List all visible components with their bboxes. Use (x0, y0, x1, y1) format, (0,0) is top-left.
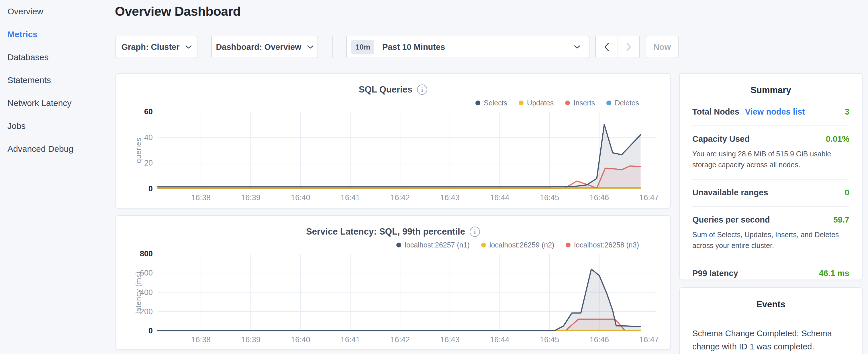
legend-dot-icon (396, 243, 401, 248)
summary-row-value: 59.7 (833, 215, 849, 225)
svg-text:16:45: 16:45 (540, 193, 559, 202)
events-panel: Events Schema Change Completed: Schema c… (679, 287, 863, 354)
svg-text:16:45: 16:45 (540, 335, 559, 344)
info-icon[interactable]: i (417, 85, 427, 95)
chart-title: SQL Queries (359, 85, 412, 95)
summary-row-subtext: You are using 28.6 MiB of 515.9 GiB usab… (692, 148, 849, 170)
time-step-forward-button[interactable] (618, 36, 639, 58)
legend-item: localhost:26257 (n1) (396, 241, 470, 249)
svg-text:0: 0 (149, 185, 153, 193)
legend-item: Deletes (607, 99, 639, 107)
svg-text:16:44: 16:44 (490, 193, 509, 202)
admin-ui-root: Overview Metrics Databases Statements Ne… (0, 0, 868, 354)
legend-dot-icon (607, 100, 611, 105)
summary-panel: Summary Total Nodes View nodes list 3 Ca… (679, 73, 863, 280)
svg-text:16:38: 16:38 (191, 335, 211, 344)
legend-label: localhost:26258 (n3) (574, 241, 639, 249)
legend-label: localhost:26257 (n1) (405, 241, 470, 249)
service-latency-chart-card: Service Latency: SQL, 99th percentile i … (116, 215, 671, 350)
chevron-left-icon (604, 42, 610, 52)
svg-text:0: 0 (149, 326, 153, 335)
summary-row-label: P99 latency (692, 269, 738, 278)
legend-dot-icon (566, 243, 570, 248)
summary-row-value: 46.1 ms (819, 269, 849, 278)
svg-text:16:41: 16:41 (341, 193, 360, 202)
dashboard-dropdown-label: Dashboard: Overview (216, 42, 301, 52)
svg-text:60: 60 (144, 107, 153, 116)
now-button[interactable]: Now (646, 36, 679, 58)
summary-row-subtext: Sum of Selects, Updates, Inserts, and De… (692, 229, 849, 251)
summary-row-total-nodes: Total Nodes View nodes list 3 (692, 99, 849, 126)
time-step-back-button[interactable] (596, 36, 618, 58)
svg-text:16:42: 16:42 (390, 335, 410, 344)
svg-text:16:47: 16:47 (639, 335, 659, 344)
event-text: Schema Change Completed: Schema change w… (692, 327, 849, 353)
event-list-item[interactable]: Schema Change Completed: Schema change w… (680, 313, 862, 354)
sidebar-item-network-latency[interactable]: Network Latency (0, 92, 115, 115)
chevron-down-icon (574, 45, 580, 49)
svg-text:16:41: 16:41 (341, 335, 360, 344)
svg-text:16:46: 16:46 (589, 193, 609, 202)
svg-text:16:42: 16:42 (390, 193, 410, 202)
page-title: Overview Dashboard (115, 4, 241, 19)
sidebar-item-advanced-debug[interactable]: Advanced Debug (0, 137, 115, 160)
legend-item: Updates (519, 99, 554, 107)
legend-label: Inserts (574, 99, 595, 107)
events-title: Events (680, 299, 862, 310)
sidebar-item-jobs[interactable]: Jobs (0, 115, 115, 137)
summary-row-label: Capacity Used (692, 134, 750, 144)
summary-row-label: Queries per second (692, 215, 770, 225)
y-axis-unit-label: latency (ms) (134, 271, 143, 314)
legend-dot-icon (565, 100, 570, 105)
svg-text:16:38: 16:38 (191, 193, 211, 202)
graph-scope-dropdown[interactable]: Graph: Cluster (116, 36, 197, 58)
chevron-right-icon (626, 42, 631, 52)
time-range-badge: 10m (351, 40, 374, 55)
sql-queries-chart-card: SQL Queries i SelectsUpdatesInsertsDelet… (116, 73, 671, 208)
time-range-label: Past 10 Minutes (382, 42, 574, 52)
legend-label: Updates (527, 99, 554, 107)
legend-dot-icon (519, 100, 524, 105)
svg-text:16:40: 16:40 (291, 193, 310, 202)
summary-title: Summary (680, 85, 862, 95)
summary-row-value: 3 (845, 107, 849, 117)
legend-dot-icon (481, 243, 486, 248)
summary-row-label: Total Nodes (692, 107, 739, 117)
chevron-down-icon (307, 45, 313, 49)
chart-legend: localhost:26257 (n1)localhost:26259 (n2)… (396, 241, 639, 249)
legend-label: localhost:26259 (n2) (490, 241, 555, 249)
sidebar-item-overview[interactable]: Overview (0, 0, 115, 23)
legend-label: Deletes (615, 99, 639, 107)
legend-item: localhost:26259 (n2) (481, 241, 555, 249)
info-icon[interactable]: i (470, 227, 480, 237)
svg-text:16:39: 16:39 (241, 193, 260, 202)
sidebar-item-statements[interactable]: Statements (0, 69, 115, 92)
y-axis-unit-label: queries (134, 138, 143, 163)
summary-row-capacity-used: Capacity Used 0.01% You are using 28.6 M… (692, 126, 849, 180)
toolbar-divider (332, 36, 333, 58)
sidebar-item-databases[interactable]: Databases (0, 46, 115, 69)
chevron-down-icon (185, 45, 192, 49)
svg-text:800: 800 (140, 250, 153, 258)
legend-dot-icon (475, 100, 480, 105)
legend-item: Inserts (565, 99, 595, 107)
summary-row-p99-latency: P99 latency 46.1 ms (692, 260, 849, 287)
legend-item: Selects (475, 99, 507, 107)
summary-row-value: 0.01% (826, 134, 849, 144)
summary-row-value: 0 (845, 188, 849, 197)
summary-row-label: Unavailable ranges (692, 188, 768, 197)
svg-text:40: 40 (144, 133, 153, 142)
svg-text:16:47: 16:47 (639, 193, 659, 202)
dashboard-dropdown[interactable]: Dashboard: Overview (211, 36, 318, 58)
chart-title: Service Latency: SQL, 99th percentile (306, 227, 465, 237)
svg-text:16:44: 16:44 (490, 335, 509, 344)
chart-legend: SelectsUpdatesInsertsDeletes (475, 99, 639, 107)
time-range-selector[interactable]: 10m Past 10 Minutes (346, 36, 589, 58)
sidebar-item-metrics[interactable]: Metrics (0, 23, 115, 46)
svg-text:16:39: 16:39 (241, 335, 260, 344)
graph-scope-dropdown-label: Graph: Cluster (121, 42, 179, 52)
view-nodes-list-link[interactable]: View nodes list (745, 107, 805, 117)
svg-text:16:43: 16:43 (440, 335, 460, 344)
legend-item: localhost:26258 (n3) (566, 241, 639, 249)
sidebar: Overview Metrics Databases Statements Ne… (0, 0, 115, 354)
